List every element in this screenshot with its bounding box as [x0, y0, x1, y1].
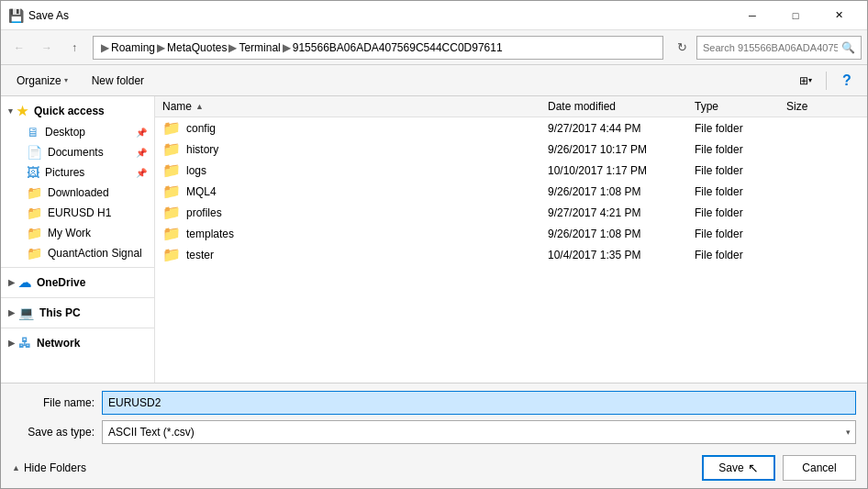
- table-row[interactable]: 📁 history 9/26/2017 10:17 PM File folder: [155, 139, 867, 160]
- table-row[interactable]: 📁 tester 10/4/2017 1:35 PM File folder: [155, 244, 867, 265]
- quick-access-icon: ★: [17, 104, 28, 118]
- file-name-text: config: [186, 122, 216, 135]
- organize-button[interactable]: Organize ▾: [8, 69, 76, 93]
- folder-icon: 📁: [162, 183, 181, 200]
- table-row[interactable]: 📁 templates 9/26/2017 1:08 PM File folde…: [155, 223, 867, 244]
- thispc-chevron: ▶: [8, 308, 15, 317]
- button-row: ▲ Hide Folders Save ↖ Cancel: [1, 451, 867, 488]
- savetype-select[interactable]: ASCII Text (*.csv)CSV (*.csv)Text (*.txt…: [102, 420, 856, 444]
- onedrive-icon: ☁: [18, 275, 31, 290]
- breadcrumb-part-1[interactable]: Roaming: [111, 41, 155, 54]
- sidebar-section-quick-access[interactable]: ▾ ★ Quick access: [1, 100, 154, 122]
- file-date-cell: 10/10/2017 1:17 PM: [548, 164, 695, 177]
- save-button-label: Save: [718, 461, 743, 474]
- file-name-text: templates: [186, 228, 234, 240]
- organize-dropdown-icon: ▾: [64, 76, 68, 84]
- navigation-bar: ← → ↑ ▶ Roaming ▶ MetaQuotes ▶ Terminal …: [1, 30, 867, 65]
- sidebar-section-thispc[interactable]: ▶ 💻 This PC: [1, 302, 154, 324]
- breadcrumb-separator-4: ▶: [283, 41, 291, 54]
- sidebar-item-pictures[interactable]: 🖼 Pictures 📌: [1, 162, 154, 183]
- sidebar-mywork-label: My Work: [48, 227, 91, 239]
- type-header-label: Type: [695, 100, 718, 113]
- sidebar-item-my-work[interactable]: 📁 My Work: [1, 223, 154, 243]
- hide-folders-button[interactable]: ▲ Hide Folders: [12, 461, 86, 474]
- sidebar-downloaded-label: Downloaded: [48, 186, 109, 199]
- desktop-icon: 🖥: [27, 125, 39, 139]
- sidebar-eurusd-label: EURUSD H1: [48, 206, 111, 219]
- breadcrumb-part-3[interactable]: Terminal: [239, 41, 280, 54]
- sidebar-separator-3: [1, 328, 154, 328]
- sidebar-item-documents[interactable]: 📄 Documents 📌: [1, 142, 154, 162]
- folder-icon: 📁: [162, 246, 181, 263]
- sidebar-item-downloaded[interactable]: 📁 Downloaded: [1, 183, 154, 203]
- close-button[interactable]: ✕: [818, 1, 860, 30]
- refresh-button[interactable]: ↻: [669, 36, 695, 60]
- table-row[interactable]: 📁 MQL4 9/26/2017 1:08 PM File folder: [155, 181, 867, 202]
- maximize-button[interactable]: □: [774, 1, 817, 30]
- search-input[interactable]: [703, 42, 838, 53]
- search-bar[interactable]: 🔍: [696, 36, 862, 60]
- minimize-button[interactable]: ─: [731, 1, 773, 30]
- folder-icon: 📁: [162, 204, 181, 221]
- save-cursor-icon: ↖: [748, 461, 759, 475]
- back-button[interactable]: ←: [6, 36, 32, 60]
- file-name-text: MQL4: [186, 185, 217, 198]
- file-type-cell: File folder: [695, 206, 786, 219]
- file-list: Name ▲ Date modified Type Size 📁 config: [155, 96, 867, 383]
- sidebar-section-network[interactable]: ▶ 🖧 Network: [1, 332, 154, 354]
- column-header-type[interactable]: Type: [695, 100, 786, 113]
- network-icon: 🖧: [18, 336, 31, 350]
- file-type-cell: File folder: [695, 185, 786, 198]
- name-header-label: Name: [162, 100, 192, 113]
- up-button[interactable]: ↑: [61, 36, 87, 60]
- file-date-cell: 10/4/2017 1:35 PM: [548, 249, 695, 261]
- view-button[interactable]: ⊞ ▾: [793, 69, 818, 93]
- filename-row: File name:: [1, 383, 867, 418]
- savetype-row: Save as type: ASCII Text (*.csv)CSV (*.c…: [1, 418, 867, 451]
- titlebar-icon: 💾: [8, 8, 23, 23]
- sidebar-section-onedrive[interactable]: ▶ ☁ OneDrive: [1, 272, 154, 294]
- breadcrumb-separator-3: ▶: [228, 41, 237, 54]
- network-chevron: ▶: [8, 339, 15, 348]
- toolbar-separator: [826, 72, 827, 90]
- new-folder-button[interactable]: New folder: [83, 69, 152, 93]
- breadcrumb-current[interactable]: 915566BA06ADA407569C544CC0D97611: [293, 41, 503, 54]
- breadcrumb[interactable]: ▶ Roaming ▶ MetaQuotes ▶ Terminal ▶ 9155…: [93, 36, 663, 60]
- file-rows-container: 📁 config 9/27/2017 4:44 PM File folder 📁…: [155, 117, 867, 265]
- file-date-cell: 9/26/2017 10:17 PM: [548, 143, 695, 156]
- new-folder-label: New folder: [92, 74, 144, 87]
- thispc-icon: 💻: [18, 306, 34, 320]
- sidebar-item-eurusd[interactable]: 📁 EURUSD H1: [1, 203, 154, 223]
- save-button[interactable]: Save ↖: [702, 455, 775, 481]
- savetype-select-wrap: ASCII Text (*.csv)CSV (*.csv)Text (*.txt…: [102, 420, 856, 444]
- file-type-cell: File folder: [695, 249, 786, 261]
- column-header-size[interactable]: Size: [786, 100, 860, 113]
- column-header-date[interactable]: Date modified: [548, 100, 695, 113]
- cancel-button[interactable]: Cancel: [783, 455, 856, 481]
- folder-icon: 📁: [162, 225, 181, 242]
- table-row[interactable]: 📁 config 9/27/2017 4:44 PM File folder: [155, 117, 867, 139]
- forward-button[interactable]: →: [34, 36, 60, 60]
- table-row[interactable]: 📁 logs 10/10/2017 1:17 PM File folder: [155, 160, 867, 181]
- filename-input[interactable]: [102, 391, 856, 415]
- view-dropdown-icon: ▾: [808, 76, 812, 84]
- folder-icon: 📁: [162, 140, 181, 158]
- hide-folders-chevron-icon: ▲: [12, 463, 20, 472]
- date-header-label: Date modified: [548, 100, 616, 113]
- sidebar-item-quantaction[interactable]: 📁 QuantAction Signal: [1, 243, 154, 263]
- filename-label: File name:: [12, 396, 95, 409]
- file-name-cell: 📁 tester: [162, 246, 548, 263]
- column-header-name[interactable]: Name ▲: [162, 100, 548, 113]
- sidebar-documents-label: Documents: [48, 146, 104, 159]
- savetype-label: Save as type:: [12, 426, 95, 439]
- sidebar-item-desktop[interactable]: 🖥 Desktop 📌: [1, 122, 154, 142]
- file-date-cell: 9/27/2017 4:21 PM: [548, 206, 695, 219]
- breadcrumb-separator: ▶: [101, 41, 109, 54]
- titlebar: 💾 Save As ─ □ ✕: [1, 1, 867, 30]
- sort-arrow-icon: ▲: [195, 102, 204, 111]
- breadcrumb-part-2[interactable]: MetaQuotes: [167, 41, 227, 54]
- help-button[interactable]: ?: [834, 68, 860, 94]
- file-name-text: tester: [186, 249, 214, 261]
- documents-icon: 📄: [27, 145, 42, 160]
- table-row[interactable]: 📁 profiles 9/27/2017 4:21 PM File folder: [155, 202, 867, 223]
